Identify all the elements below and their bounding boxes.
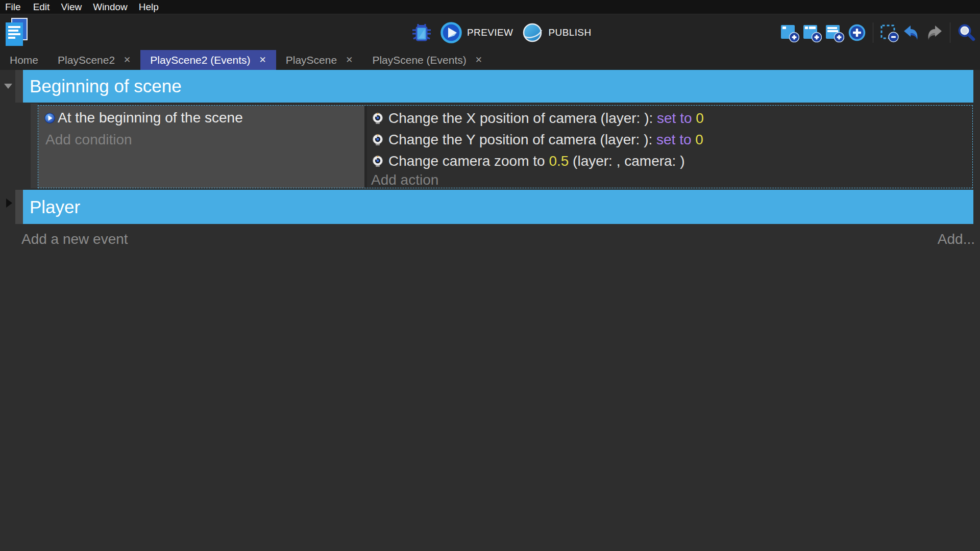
tab-label: PlayScene2 (Events) xyxy=(150,54,250,66)
tab-home[interactable]: Home xyxy=(0,50,48,70)
action-text: Change camera zoom to 0.5 (layer: , came… xyxy=(388,153,685,169)
tab-close-icon[interactable]: ✕ xyxy=(475,55,482,65)
add-event-icon[interactable] xyxy=(780,23,799,42)
camera-icon xyxy=(371,112,384,125)
menu-help[interactable]: Help xyxy=(133,0,164,14)
debug-bug-icon xyxy=(411,22,432,43)
tab-label: PlayScene xyxy=(286,54,337,66)
remove-event-icon[interactable] xyxy=(879,23,899,42)
tab-playscene[interactable]: PlayScene ✕ xyxy=(276,50,363,70)
event-group-player: Player xyxy=(0,190,980,225)
toolbar-separator xyxy=(950,22,950,43)
menu-edit[interactable]: Edit xyxy=(28,0,56,14)
action-row-camera-y[interactable]: Change the Y position of camera (layer: … xyxy=(371,129,972,151)
scene-start-icon xyxy=(44,113,55,123)
group-header-beginning-of-scene[interactable]: Beginning of scene xyxy=(23,70,973,103)
toolbar-center-group: PREVIEW PUBLISH xyxy=(411,14,592,51)
menu-window[interactable]: Window xyxy=(87,0,133,14)
main-toolbar: PREVIEW PUBLISH xyxy=(0,14,980,50)
action-text: Change the Y position of camera (layer: … xyxy=(388,132,703,148)
collapse-expanded-icon[interactable] xyxy=(4,84,12,89)
choose-add-event-icon[interactable] xyxy=(847,23,867,42)
add-more-button[interactable]: Add... xyxy=(938,231,975,247)
tab-bar: Home PlayScene2 ✕ PlayScene2 (Events) ✕ … xyxy=(0,50,980,70)
tab-playscene2[interactable]: PlayScene2 ✕ xyxy=(48,50,140,70)
publish-globe-icon xyxy=(521,21,544,44)
search-icon[interactable] xyxy=(957,23,976,42)
play-circle-icon xyxy=(440,21,462,44)
gdevelop-logo-icon xyxy=(4,18,29,49)
menu-file[interactable]: File xyxy=(5,0,28,14)
events-sheet: Beginning of scene At the beginning of t… xyxy=(0,70,980,551)
tab-label: Home xyxy=(10,54,38,66)
gdevelop-window: File Edit View Window Help xyxy=(0,0,980,551)
add-comment-icon[interactable] xyxy=(825,23,844,42)
collapse-collapsed-icon[interactable] xyxy=(6,198,12,208)
group-drag-handle[interactable] xyxy=(15,70,23,103)
action-row-camera-zoom[interactable]: Change camera zoom to 0.5 (layer: , came… xyxy=(371,151,972,172)
toolbar-separator xyxy=(873,22,873,43)
menu-view[interactable]: View xyxy=(55,0,87,14)
preview-button[interactable]: PREVIEW xyxy=(440,21,513,44)
undo-icon[interactable] xyxy=(902,23,921,42)
action-row-camera-x[interactable]: Change the X position of camera (layer: … xyxy=(371,108,972,129)
add-new-event-button[interactable]: Add a new event xyxy=(21,231,128,247)
camera-icon xyxy=(371,133,384,146)
condition-row[interactable]: At the beginning of the scene xyxy=(44,109,364,127)
tab-playscene2-events[interactable]: PlayScene2 (Events) ✕ xyxy=(140,50,276,70)
group-header-player[interactable]: Player xyxy=(23,190,973,224)
tab-close-icon[interactable]: ✕ xyxy=(346,55,353,65)
selected-event-block[interactable]: At the beginning of the scene Add condit… xyxy=(38,105,973,188)
event-group-beginning-of-scene: Beginning of scene xyxy=(0,70,980,104)
tab-close-icon[interactable]: ✕ xyxy=(124,55,131,65)
publish-button[interactable]: PUBLISH xyxy=(521,21,591,44)
tab-label: PlayScene2 xyxy=(58,54,115,66)
group-title: Beginning of scene xyxy=(30,76,182,96)
action-text: Change the X position of camera (layer: … xyxy=(388,110,704,127)
tab-playscene-events[interactable]: PlayScene (Events) ✕ xyxy=(362,50,492,70)
conditions-cell[interactable]: At the beginning of the scene Add condit… xyxy=(38,106,367,188)
add-condition-button[interactable]: Add condition xyxy=(44,132,364,148)
toolbar-right-group xyxy=(780,14,976,51)
event-drag-handle[interactable] xyxy=(31,104,38,188)
menu-bar: File Edit View Window Help xyxy=(0,0,980,14)
tab-close-icon[interactable]: ✕ xyxy=(259,55,266,65)
group-drag-handle[interactable] xyxy=(15,190,23,224)
debug-button[interactable] xyxy=(411,22,432,43)
add-event-row: Add a new event Add... xyxy=(0,231,980,249)
add-action-button[interactable]: Add action xyxy=(371,172,972,188)
condition-text: At the beginning of the scene xyxy=(58,110,243,126)
camera-icon xyxy=(371,155,384,168)
group-title: Player xyxy=(30,197,80,217)
publish-label: PUBLISH xyxy=(548,27,591,38)
actions-cell[interactable]: Change the X position of camera (layer: … xyxy=(367,106,972,188)
preview-label: PREVIEW xyxy=(467,27,513,38)
redo-icon[interactable] xyxy=(924,23,944,42)
tab-label: PlayScene (Events) xyxy=(372,54,466,66)
add-sub-event-icon[interactable] xyxy=(802,23,822,42)
